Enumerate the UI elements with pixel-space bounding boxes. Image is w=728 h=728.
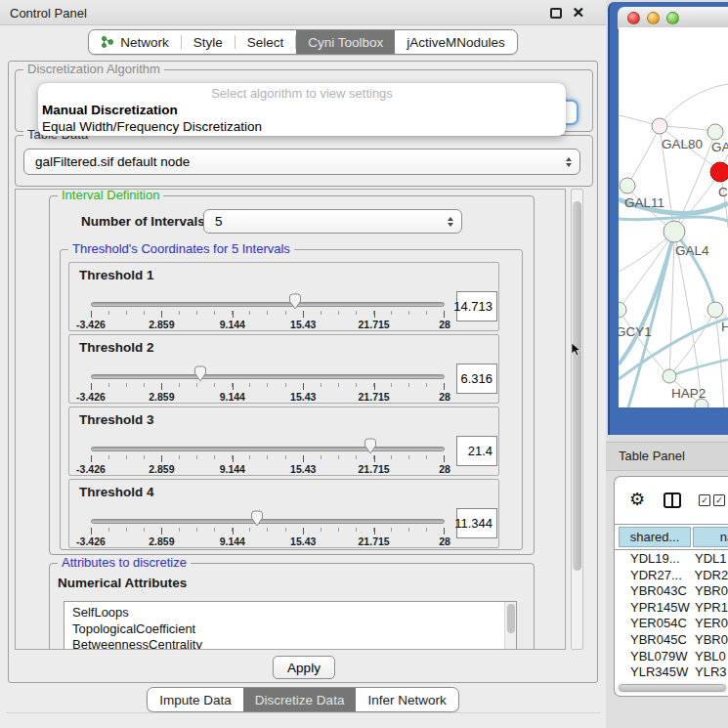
cell-shared-name[interactable]: YPR145W bbox=[615, 600, 695, 617]
column-header-shared-name[interactable]: shared... bbox=[619, 527, 691, 547]
float-window-icon[interactable] bbox=[550, 8, 562, 19]
combo-spinner-icon[interactable] bbox=[442, 217, 461, 227]
scrollbar-thumb[interactable] bbox=[573, 201, 581, 571]
threshold-value-input[interactable]: 11.344 bbox=[456, 508, 497, 538]
tab-label: Network bbox=[120, 35, 169, 50]
bottom-tabbar: Impute Data Discretize Data Infer Networ… bbox=[0, 687, 606, 712]
tab-impute-data[interactable]: Impute Data bbox=[148, 688, 243, 711]
cell-shared-name[interactable]: YIL052C bbox=[615, 681, 695, 682]
network-canvas[interactable]: GAL80GACGAL11GAL4GCY1HHAP2 bbox=[619, 27, 728, 407]
tick-label: 9.144 bbox=[220, 463, 245, 475]
cell-shared-name[interactable]: YBR043C bbox=[615, 583, 695, 600]
close-traffic-light-icon[interactable] bbox=[627, 12, 640, 24]
cell-shared-name[interactable]: YDR27... bbox=[615, 568, 695, 584]
scrollbar-thumb[interactable] bbox=[619, 684, 726, 692]
table-row[interactable]: YLR345WYLR3 bbox=[615, 664, 728, 681]
table-horizontal-scrollbar[interactable] bbox=[617, 683, 728, 693]
cell-name[interactable]: YDR2 bbox=[695, 568, 728, 584]
slider-thumb[interactable] bbox=[194, 365, 207, 382]
network-node[interactable] bbox=[707, 124, 723, 140]
interval-definition-group: Interval Definition Number of Intervals … bbox=[49, 195, 535, 555]
zoom-traffic-light-icon[interactable] bbox=[666, 12, 679, 24]
apply-button[interactable]: Apply bbox=[273, 656, 335, 679]
network-window-titlebar[interactable] bbox=[618, 7, 728, 29]
cell-name[interactable]: YBL0 bbox=[695, 649, 726, 665]
threshold-value-input[interactable]: 14.713 bbox=[456, 291, 497, 321]
panel-vertical-scrollbar[interactable] bbox=[571, 189, 583, 650]
table-data-value: galFiltered.sif default node bbox=[35, 154, 190, 169]
list-scrollbar[interactable] bbox=[504, 602, 516, 650]
slider-track[interactable] bbox=[91, 519, 445, 524]
table-row[interactable]: YBR043CYBR0 bbox=[615, 583, 728, 600]
attribute-list-item[interactable]: TopologicalCoefficient bbox=[64, 621, 516, 638]
table-data-combobox[interactable]: galFiltered.sif default node bbox=[23, 149, 580, 175]
number-of-intervals-combobox[interactable]: 5 bbox=[203, 209, 462, 234]
scrollbar-thumb[interactable] bbox=[507, 604, 515, 633]
tab-style[interactable]: Style bbox=[182, 30, 235, 54]
checkbox-icon[interactable]: ✓ bbox=[713, 494, 725, 506]
cell-shared-name[interactable]: YER054C bbox=[615, 616, 695, 632]
tab-infer-network[interactable]: Infer Network bbox=[356, 688, 457, 711]
cell-name[interactable]: YBR0 bbox=[695, 632, 728, 649]
gear-icon[interactable]: ⚙ bbox=[629, 490, 645, 509]
network-node[interactable] bbox=[664, 221, 685, 242]
table-row[interactable]: YIL052CYIL0 bbox=[615, 681, 728, 682]
table-row[interactable]: YER054CYER0 bbox=[615, 616, 728, 632]
numerical-attributes-list[interactable]: SelfLoopsTopologicalCoefficientBetweenne… bbox=[64, 601, 517, 650]
tab-discretize-data[interactable]: Discretize Data bbox=[243, 688, 357, 711]
tab-select[interactable]: Select bbox=[236, 30, 296, 54]
network-node[interactable] bbox=[620, 178, 635, 193]
network-node[interactable] bbox=[707, 302, 723, 318]
slider-thumb[interactable] bbox=[288, 293, 301, 310]
attribute-list-item[interactable]: BetweennessCentrality bbox=[64, 637, 516, 650]
slider-thumb[interactable] bbox=[364, 438, 376, 454]
cell-name[interactable]: YLR3 bbox=[695, 664, 727, 681]
cell-name[interactable]: YIL0 bbox=[695, 681, 721, 682]
cell-name[interactable]: YDL1 bbox=[695, 551, 727, 568]
cell-shared-name[interactable]: YLR345W bbox=[615, 664, 695, 681]
slider-tick-labels: -3.4262.8599.14415.4321.71528 bbox=[91, 535, 445, 548]
panel-bottom-edge bbox=[6, 712, 600, 713]
tick-label: -3.426 bbox=[76, 463, 106, 475]
tick-label: 2.859 bbox=[149, 319, 174, 330]
slider-track[interactable] bbox=[91, 374, 445, 379]
table-row[interactable]: YBL079WYBL0 bbox=[615, 649, 728, 665]
threshold-value-input[interactable]: 6.316 bbox=[456, 364, 497, 394]
cell-shared-name[interactable]: YDL19... bbox=[615, 551, 695, 568]
cell-shared-name[interactable]: YBR045C bbox=[615, 632, 695, 649]
table-body[interactable]: YDL19...YDL1YDR27...YDR2YBR043CYBR0YPR14… bbox=[615, 551, 728, 682]
threshold-value-input[interactable]: 21.4 bbox=[456, 436, 497, 466]
attribute-list-item[interactable]: SelfLoops bbox=[64, 605, 516, 621]
tab-cyni-toolbox[interactable]: Cyni Toolbox bbox=[296, 30, 395, 54]
column-header-name[interactable]: na bbox=[693, 527, 728, 547]
slider-track[interactable] bbox=[91, 302, 445, 307]
combo-spinner-icon[interactable] bbox=[560, 157, 579, 167]
cell-shared-name[interactable]: YBL079W bbox=[615, 649, 695, 665]
tab-network[interactable]: Network bbox=[89, 30, 181, 54]
dropdown-option-equal-width-frequency[interactable]: Equal Width/Frequency Discretization bbox=[38, 118, 566, 135]
slider-track[interactable] bbox=[91, 447, 445, 451]
slider-thumb[interactable] bbox=[251, 510, 264, 527]
tab-label: Select bbox=[247, 35, 284, 50]
top-tabbar: Network Style Select Cyni Toolbox jActiv… bbox=[0, 29, 606, 55]
table-row[interactable]: YDL19...YDL1 bbox=[615, 551, 728, 568]
columns-icon[interactable] bbox=[664, 492, 681, 508]
minimize-traffic-light-icon[interactable] bbox=[647, 12, 660, 24]
dropdown-option-manual-discretization[interactable]: Manual Discretization bbox=[38, 102, 566, 118]
cell-name[interactable]: YPR1 bbox=[695, 600, 728, 617]
table-row[interactable]: YBR045CYBR0 bbox=[615, 632, 728, 649]
close-icon[interactable]: ✕ bbox=[572, 4, 584, 21]
network-node[interactable] bbox=[619, 302, 626, 318]
network-node[interactable] bbox=[710, 162, 728, 182]
table-row[interactable]: YPR145WYPR1 bbox=[615, 600, 728, 617]
tab-jactivemnodules[interactable]: jActiveMNodules bbox=[395, 30, 517, 54]
table-row[interactable]: YDR27...YDR2 bbox=[615, 568, 728, 584]
checkbox-icon[interactable]: ✓ bbox=[699, 494, 710, 506]
network-node[interactable] bbox=[695, 399, 708, 407]
cell-name[interactable]: YER0 bbox=[695, 616, 728, 632]
tick-label: 21.715 bbox=[359, 319, 390, 330]
cell-name[interactable]: YBR0 bbox=[695, 583, 728, 600]
network-node[interactable] bbox=[652, 118, 667, 134]
network-node[interactable] bbox=[663, 369, 676, 383]
tab-label: Discretize Data bbox=[255, 693, 345, 707]
